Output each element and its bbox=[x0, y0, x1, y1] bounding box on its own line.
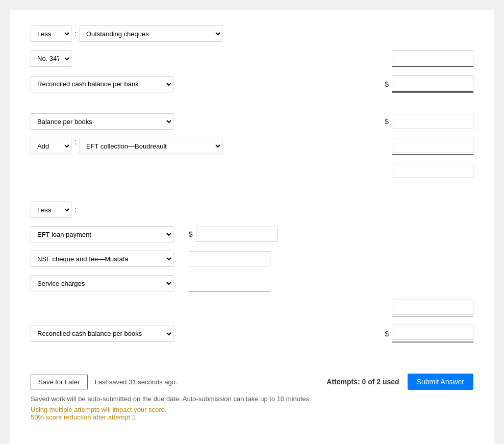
modifier-select-less2[interactable]: Less Add bbox=[31, 202, 71, 218]
bank-input-wrapper bbox=[392, 50, 473, 67]
row-less-outstanding: Less Add : Outstanding cheques Deposits … bbox=[31, 26, 473, 42]
autosave-note: Saved work will be auto-submitted on the… bbox=[31, 395, 473, 403]
row-service: Service charges EFT loan payment NSF che… bbox=[31, 275, 473, 291]
reconciled-bank-input-wrapper bbox=[392, 75, 473, 93]
footer-top: Save for Later Last saved 31 seconds ago… bbox=[31, 374, 473, 390]
label-select-1[interactable]: Outstanding cheques Deposits in transit … bbox=[80, 26, 222, 42]
modifier-select-1[interactable]: Less Add bbox=[31, 26, 71, 42]
footer-right: Attempts: 0 of 2 used Submit Answer bbox=[326, 374, 473, 390]
no-select[interactable]: No. 3473 bbox=[31, 51, 71, 67]
page-container: Less Add : Outstanding cheques Deposits … bbox=[10, 10, 494, 444]
row-reconciled-books: Reconciled cash balance per books $ bbox=[31, 325, 473, 342]
reconciled-books-input[interactable] bbox=[392, 325, 473, 340]
warning-attempts: Using multiple attempts will impact your… bbox=[31, 406, 473, 413]
row-add-eft: Add Less : EFT collection—Boudreault Out… bbox=[31, 138, 473, 178]
save-later-button[interactable]: Save for Later bbox=[31, 375, 88, 389]
row-nsf: NSF cheque and fee—Mustafa EFT loan paym… bbox=[31, 251, 473, 267]
balance-books-input[interactable] bbox=[392, 114, 473, 129]
row-balance-books: Balance per books $ bbox=[31, 113, 473, 130]
dollar-books-final: $ bbox=[385, 330, 389, 338]
eft-loan-input[interactable] bbox=[196, 227, 278, 242]
right-col-balance-books: $ bbox=[385, 114, 473, 129]
eft-collection-input1[interactable] bbox=[392, 138, 473, 153]
colon-1: : bbox=[74, 30, 77, 38]
colon-less2: : bbox=[74, 206, 77, 214]
footer-left: Save for Later Last saved 31 seconds ago… bbox=[31, 375, 178, 389]
last-saved-text: Last saved 31 seconds ago. bbox=[95, 378, 178, 386]
warning-score: 50% score reduction after attempt 1 bbox=[31, 413, 473, 421]
subtotal-input[interactable] bbox=[392, 300, 473, 315]
dollar-eft-loan: $ bbox=[189, 230, 193, 238]
service-input[interactable] bbox=[189, 276, 270, 291]
submit-answer-button[interactable]: Submit Answer bbox=[408, 374, 473, 390]
right-col-reconciled-books: $ bbox=[385, 325, 473, 342]
modifier-select-add[interactable]: Add Less bbox=[31, 138, 71, 154]
right-col-reconciled-bank: $ bbox=[385, 75, 473, 93]
eft-input1-wrapper bbox=[392, 138, 473, 155]
balance-books-select[interactable]: Balance per books bbox=[31, 113, 173, 130]
stacked-right-eft bbox=[392, 138, 473, 178]
reconciled-books-wrapper bbox=[392, 325, 473, 342]
eft-loan-select[interactable]: EFT loan payment NSF cheque and fee—Must… bbox=[31, 226, 173, 242]
row-subtotal bbox=[31, 300, 473, 316]
attempts-label: Attempts: 0 of 2 used bbox=[326, 378, 399, 386]
nsf-input[interactable] bbox=[189, 251, 270, 266]
subtotal-wrapper bbox=[392, 300, 473, 316]
row-eft-loan: EFT loan payment NSF cheque and fee—Must… bbox=[31, 226, 473, 242]
row-less-empty: Less Add : bbox=[31, 202, 473, 218]
colon-add: : bbox=[74, 138, 77, 146]
service-select[interactable]: Service charges EFT loan payment NSF che… bbox=[31, 275, 173, 291]
no3473-input[interactable] bbox=[392, 50, 473, 65]
right-col-no bbox=[392, 50, 473, 67]
eft-collection-select[interactable]: EFT collection—Boudreault Outstanding ch… bbox=[80, 138, 222, 154]
nsf-select[interactable]: NSF cheque and fee—Mustafa EFT loan paym… bbox=[31, 251, 173, 267]
footer: Save for Later Last saved 31 seconds ago… bbox=[31, 363, 473, 421]
dollar-bank: $ bbox=[385, 80, 389, 88]
reconciled-bank-input[interactable] bbox=[392, 75, 473, 90]
eft-collection-input2[interactable] bbox=[392, 163, 473, 178]
row-reconciled-bank: Reconciled cash balance per bank $ bbox=[31, 75, 473, 93]
row-no3473: No. 3473 bbox=[31, 50, 473, 67]
reconciled-books-select[interactable]: Reconciled cash balance per books bbox=[31, 326, 173, 342]
dollar-books: $ bbox=[385, 117, 389, 126]
reconciled-bank-select[interactable]: Reconciled cash balance per bank bbox=[31, 76, 173, 92]
